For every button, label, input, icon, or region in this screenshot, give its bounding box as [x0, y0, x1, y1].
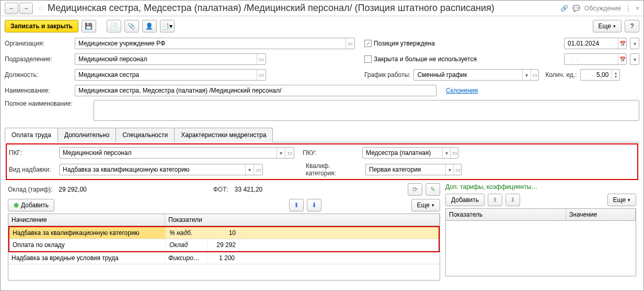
more-button[interactable]: Еще ▾: [593, 20, 622, 32]
person-icon: 👤: [145, 23, 153, 30]
closed-date-extra[interactable]: ▾: [630, 53, 639, 65]
save-button[interactable]: 💾: [82, 20, 96, 32]
schedule-input-wrap[interactable]: ▾ ▭: [413, 69, 539, 81]
calendar-icon[interactable]: 📅: [618, 38, 626, 49]
tab-medreg[interactable]: Характеристики медрегистра: [174, 128, 273, 142]
person-button[interactable]: 👤: [142, 20, 157, 32]
pkg-label: ПКГ:: [9, 149, 56, 156]
qty-input[interactable]: [581, 70, 612, 80]
help-button[interactable]: ?: [625, 20, 639, 32]
table-row[interactable]: Оплата по окладу Оклад 29 292: [9, 239, 439, 251]
name-label: Наименование:: [5, 87, 72, 94]
table-row[interactable]: Надбавка за вредные условия труда Фиксир…: [8, 252, 440, 264]
discuss-label[interactable]: Обсуждение: [584, 5, 621, 12]
plus-icon: ⊕: [14, 202, 19, 209]
pku-input-wrap[interactable]: ▾ ▭: [362, 147, 458, 159]
approved-checkbox[interactable]: ✓: [364, 40, 372, 47]
refresh-icon: ⟳: [412, 186, 418, 193]
qualif-input-wrap[interactable]: ▾ ▭: [365, 164, 462, 175]
pku-input[interactable]: [363, 148, 442, 158]
dropdown-icon[interactable]: ▾: [277, 148, 285, 158]
edit-button[interactable]: ✎: [426, 183, 440, 196]
pencil-icon: ✎: [430, 186, 435, 193]
date-input[interactable]: [565, 39, 618, 48]
extra-tariffs-link[interactable]: Доп. тарифы, коэффициенты…: [445, 183, 636, 191]
col-indicators: Показатели: [165, 214, 440, 226]
tab-pay[interactable]: Оплата труда: [5, 128, 58, 142]
qty-input-wrap[interactable]: ▲▼: [580, 69, 620, 81]
closed-label: Закрыта и больше не используется: [374, 55, 477, 63]
col-accrual: Начисление: [8, 214, 165, 226]
dropdown-icon[interactable]: ▾: [445, 164, 453, 175]
position-input-wrap[interactable]: ▭: [75, 69, 266, 81]
bonus-type-input-wrap[interactable]: ▾ ▭: [59, 164, 263, 175]
bonus-type-input[interactable]: [60, 165, 245, 174]
window-title: Медицинская сестра, Медсестра (палатная)…: [48, 3, 560, 14]
open-icon[interactable]: ▭: [257, 70, 266, 80]
closed-date-input[interactable]: [565, 54, 618, 64]
date-input-wrap[interactable]: 📅: [564, 38, 627, 49]
schedule-input[interactable]: [414, 70, 522, 80]
name-input[interactable]: [75, 86, 436, 95]
side-move-up[interactable]: ⬆: [488, 194, 502, 206]
document-button[interactable]: 📄: [107, 20, 121, 32]
open-icon[interactable]: ▭: [531, 70, 539, 80]
org-label: Организация:: [5, 40, 72, 47]
dept-input[interactable]: [75, 54, 257, 64]
open-icon[interactable]: ▭: [254, 164, 262, 175]
menu-icon[interactable]: ⋮: [625, 5, 631, 12]
table-row[interactable]: Надбавка за квалификационную категорию %…: [9, 227, 439, 239]
org-input-wrap[interactable]: ▭: [75, 38, 355, 49]
arrow-up-icon: ⬆: [492, 196, 498, 204]
accrual-name: Надбавка за вредные условия труда: [8, 252, 165, 264]
open-icon[interactable]: ▭: [285, 148, 294, 158]
tab-specialties[interactable]: Специальности: [116, 128, 175, 142]
dropdown-icon[interactable]: ▾: [245, 164, 254, 175]
add-accrual-button[interactable]: ⊕Добавить: [8, 199, 54, 211]
link-icon[interactable]: 🔗: [560, 5, 568, 12]
position-input[interactable]: [75, 70, 257, 80]
open-icon[interactable]: ▭: [257, 54, 266, 64]
declensions-link[interactable]: Склонения: [446, 87, 478, 94]
side-more-button[interactable]: Еще ▾: [607, 194, 636, 206]
accrual-name: Оплата по окладу: [9, 239, 166, 251]
side-move-down[interactable]: ⬇: [505, 194, 520, 206]
calendar-icon[interactable]: 📅: [618, 54, 626, 64]
pkg-input[interactable]: [60, 148, 277, 158]
save-and-close-button[interactable]: Записать и закрыть: [5, 20, 78, 32]
back-button[interactable]: ←: [5, 3, 18, 14]
dept-input-wrap[interactable]: ▭: [75, 53, 266, 65]
salary-label: Оклад (тариф):: [8, 186, 52, 193]
close-icon[interactable]: ×: [636, 5, 639, 12]
side-add-button[interactable]: Добавить: [445, 194, 485, 206]
side-table: Показатель Значение: [445, 208, 636, 276]
qualif-input[interactable]: [366, 165, 445, 174]
move-up-button[interactable]: ⬆: [289, 199, 304, 211]
accruals-more-button[interactable]: Еще ▾: [411, 199, 440, 211]
name-input-wrap[interactable]: [75, 85, 436, 96]
star-icon[interactable]: ☆: [37, 3, 44, 13]
document-icon: 📄: [110, 23, 118, 30]
stepper-icon[interactable]: ▲▼: [612, 70, 619, 80]
schedule-label: График работы:: [364, 71, 410, 79]
move-down-button[interactable]: ⬇: [307, 199, 321, 211]
refresh-button[interactable]: ⟳: [408, 183, 422, 196]
closed-date-input-wrap[interactable]: 📅: [564, 53, 627, 65]
discuss-icon[interactable]: 💬: [572, 5, 580, 12]
open-icon[interactable]: ▭: [346, 38, 354, 49]
pkg-input-wrap[interactable]: ▾ ▭: [59, 147, 294, 159]
open-icon[interactable]: ▭: [453, 164, 461, 175]
indicator-name: Оклад: [166, 239, 208, 251]
closed-checkbox[interactable]: [364, 55, 372, 63]
date-extra-button[interactable]: ▾: [630, 38, 639, 49]
dropdown-icon[interactable]: ▾: [522, 70, 531, 80]
attach-button[interactable]: 📎: [124, 20, 139, 32]
tab-additional[interactable]: Дополнительно: [58, 128, 116, 142]
fullname-textarea[interactable]: [94, 100, 639, 121]
org-input[interactable]: [75, 39, 346, 48]
forward-button[interactable]: →: [19, 3, 33, 14]
open-icon[interactable]: ▭: [450, 148, 458, 158]
dropdown-icon[interactable]: ▾: [442, 148, 450, 158]
fullname-label: Полное наименование:: [5, 100, 90, 107]
structure-button[interactable]: 📑▾: [160, 20, 175, 32]
